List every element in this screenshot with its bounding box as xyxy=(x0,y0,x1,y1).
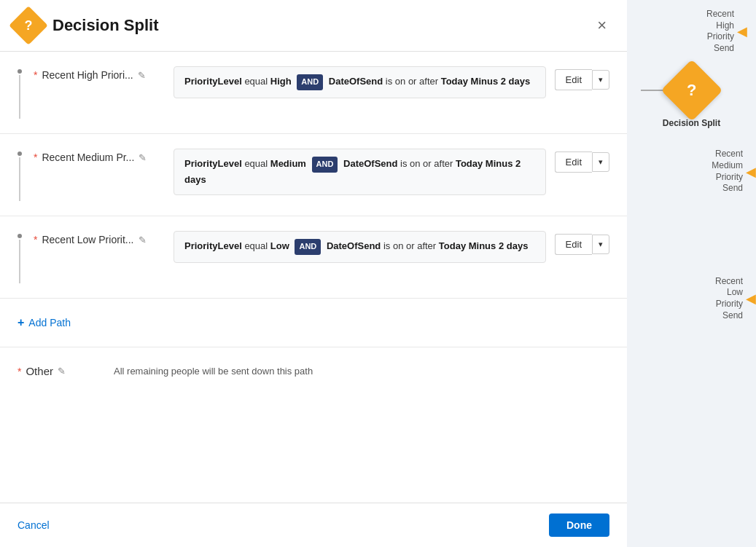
and-badge-medium: AND xyxy=(312,157,338,173)
path-content-medium: * Recent Medium Pr... ✎ PriorityLevel eq… xyxy=(34,149,609,195)
path-content-low: * Recent Low Priorit... ✎ PriorityLevel … xyxy=(34,231,609,263)
and-badge-low: AND xyxy=(295,239,321,255)
and-badge-high: AND xyxy=(297,74,323,90)
node-diamond-label: ? xyxy=(687,81,696,100)
path-line-medium xyxy=(19,157,20,201)
edit-button-high[interactable]: Edit xyxy=(555,69,592,90)
path-name-text-low: Recent Low Priorit... xyxy=(42,234,133,245)
field-name-high: PriorityLevel xyxy=(184,76,242,87)
path-dot-medium xyxy=(17,151,22,156)
path-row-medium: * Recent Medium Pr... ✎ PriorityLevel eq… xyxy=(0,134,627,216)
value-medium: Medium xyxy=(270,158,306,169)
value-high: High xyxy=(270,76,292,87)
plus-icon: + xyxy=(17,316,24,329)
path-name-low: * Recent Low Priorit... ✎ xyxy=(34,231,165,245)
condition-box-high: PriorityLevel equal High AND DateOfSend … xyxy=(174,66,546,98)
path-content-high: * Recent High Priori... ✎ PriorityLevel … xyxy=(34,66,609,98)
path-name-text-medium: Recent Medium Pr... xyxy=(42,151,134,163)
done-button[interactable]: Done xyxy=(549,513,609,537)
field-name-medium: PriorityLevel xyxy=(184,158,242,169)
other-row: * Other ✎ All remaining people will be s… xyxy=(0,347,627,395)
edit-other-icon[interactable]: ✎ xyxy=(58,366,66,377)
edit-name-icon-low[interactable]: ✎ xyxy=(139,235,147,245)
path-name-medium: * Recent Medium Pr... ✎ xyxy=(34,149,165,163)
modal-title: Decision Split xyxy=(52,16,591,35)
add-path-area: + Add Path xyxy=(0,299,627,347)
diamond-icon: ? xyxy=(9,6,48,45)
path-indicator-medium xyxy=(17,149,22,201)
dropdown-button-medium[interactable]: ▾ xyxy=(592,152,609,172)
path-row-high: * Recent High Priori... ✎ PriorityLevel … xyxy=(0,52,627,134)
node-label: Decision Split xyxy=(663,118,720,128)
path-indicator-low xyxy=(17,231,22,283)
field-dateofsend-low: DateOfSend xyxy=(327,240,381,251)
edit-button-low[interactable]: Edit xyxy=(555,234,592,255)
edit-name-icon-high[interactable]: ✎ xyxy=(138,70,146,81)
required-star-medium: * xyxy=(34,151,37,163)
top-label-line3: Priority xyxy=(707,31,734,42)
cancel-button[interactable]: Cancel xyxy=(17,519,50,531)
path-row-low: * Recent Low Priorit... ✎ PriorityLevel … xyxy=(0,216,627,299)
top-path-label: Recent High Priority Send xyxy=(706,9,734,54)
condition-box-medium: PriorityLevel equal Medium AND DateOfSen… xyxy=(174,149,546,195)
edit-button-medium[interactable]: Edit xyxy=(555,151,592,173)
low-path-label: Recent Low Priority Send xyxy=(715,276,743,321)
other-description: All remaining people will be sent down t… xyxy=(114,366,313,377)
dropdown-button-low[interactable]: ▾ xyxy=(592,235,609,254)
value-date-high: Today Minus 2 days xyxy=(441,76,531,87)
edit-name-icon-medium[interactable]: ✎ xyxy=(139,152,147,163)
right-path-low: Recent Low Priority Send ◀ xyxy=(627,203,756,321)
add-path-label: Add Path xyxy=(28,317,71,328)
field-dateofsend-medium: DateOfSend xyxy=(343,158,397,169)
path-indicator-high xyxy=(17,66,22,119)
medium-path-label: Recent Medium Priority Send xyxy=(712,149,743,194)
path-actions-high: Edit ▾ xyxy=(555,66,609,90)
path-line xyxy=(19,75,20,119)
modal-footer: Cancel Done xyxy=(0,503,627,547)
other-name-text: Other xyxy=(26,365,53,377)
add-path-button[interactable]: + Add Path xyxy=(17,313,71,332)
close-button[interactable]: × xyxy=(591,15,612,36)
low-connector-arrow: ◀ xyxy=(746,291,756,307)
medium-connector-arrow: ◀ xyxy=(746,164,756,180)
required-star-low: * xyxy=(34,234,37,245)
right-path-medium: Recent Medium Priority Send ◀ xyxy=(627,137,756,194)
dropdown-button-high[interactable]: ▾ xyxy=(592,70,609,90)
right-panel-top: Recent High Priority Send ◀ xyxy=(627,0,756,57)
top-label-line4: Send xyxy=(714,43,734,53)
field-dateofsend-high: DateOfSend xyxy=(329,76,383,87)
right-node: ? Decision Split xyxy=(627,68,756,128)
value-low: Low xyxy=(270,240,289,251)
required-star-other: * xyxy=(17,366,21,377)
top-label-line2: High xyxy=(716,20,734,31)
path-actions-low: Edit ▾ xyxy=(555,231,609,255)
path-actions-medium: Edit ▾ xyxy=(555,149,609,173)
path-name-text-high: Recent High Priori... xyxy=(42,69,133,81)
modal-body: * Recent High Priori... ✎ PriorityLevel … xyxy=(0,52,627,503)
required-star-high: * xyxy=(34,69,37,81)
other-name-group: * Other ✎ xyxy=(17,365,105,377)
value-date-low: Today Minus 2 days xyxy=(439,240,529,251)
top-label-line1: Recent xyxy=(706,9,734,19)
field-name-low: PriorityLevel xyxy=(184,240,242,251)
right-panel: Recent High Priority Send ◀ ? Decision S… xyxy=(627,0,756,547)
path-line-low xyxy=(19,240,20,283)
path-name-high: * Recent High Priori... ✎ xyxy=(34,66,165,81)
diamond-icon-label: ? xyxy=(25,18,33,34)
top-connector-arrow: ◀ xyxy=(737,23,747,39)
modal-header: ? Decision Split × xyxy=(0,0,627,52)
path-dot-low xyxy=(17,234,22,238)
condition-box-low: PriorityLevel equal Low AND DateOfSend i… xyxy=(174,231,546,263)
modal-panel: ? Decision Split × * Recent High Priori.… xyxy=(0,0,627,547)
path-dot xyxy=(17,69,22,74)
node-diamond: ? xyxy=(660,60,722,122)
